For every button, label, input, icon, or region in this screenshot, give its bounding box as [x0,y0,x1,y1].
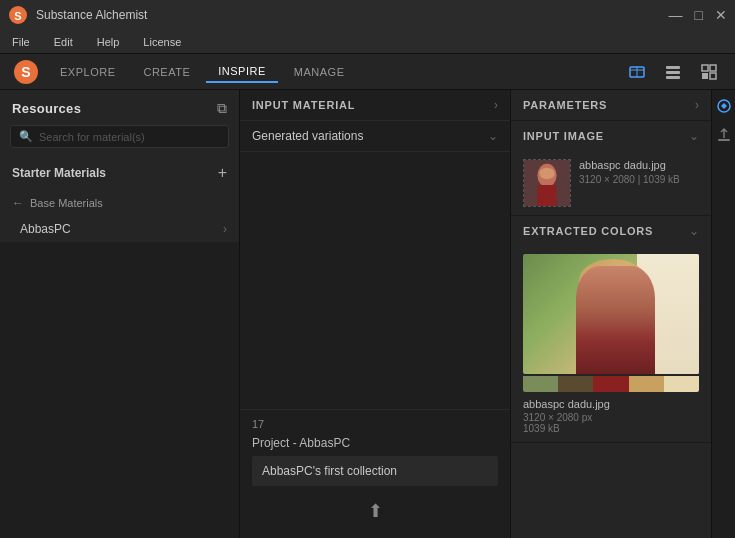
settings-button[interactable] [695,58,723,86]
app-title: Substance Alchemist [36,8,147,22]
main-photo [523,254,699,374]
color-swatches [523,376,699,392]
upload-strip-icon[interactable] [716,127,732,146]
svg-rect-9 [666,76,680,79]
swatch-2 [558,376,593,392]
extracted-colors-chevron-icon[interactable]: ⌄ [689,224,699,238]
nav-bar: S EXPLORE CREATE INSPIRE MANAGE [0,54,735,90]
back-navigation[interactable]: ← Base Materials [0,190,239,216]
app-logo: S [8,5,28,25]
svg-rect-8 [666,71,680,74]
upload-icon: ⬆ [368,500,383,522]
close-button[interactable]: ✕ [715,8,727,22]
menu-file[interactable]: File [8,34,34,50]
extracted-colors-label: Extracted colors [523,225,653,237]
input-image-header: Input image ⌄ [511,121,711,151]
starter-materials-label: Starter Materials [12,166,106,180]
thumbnail-svg [524,159,570,207]
add-material-button[interactable]: + [218,164,227,182]
back-label: Base Materials [30,197,103,209]
chevron-right-icon: › [223,222,227,236]
sidebar-item-label: AbbasPC [20,222,71,236]
svg-rect-10 [702,65,708,71]
input-material-header: INPUT MATERIAL › [240,90,510,121]
input-image-label: Input image [523,130,604,142]
middle-content [240,152,510,409]
sidebar-title: Resources [12,101,81,116]
image-filename: abbaspc dadu.jpg [579,159,699,171]
window-controls: — □ ✕ [669,8,727,22]
layers-button[interactable] [659,58,687,86]
svg-text:S: S [21,64,30,80]
search-input[interactable] [39,131,220,143]
svg-point-17 [539,168,554,180]
search-icon: 🔍 [19,130,33,143]
minimize-button[interactable]: — [669,8,683,22]
main-layout: Resources ⧉ 🔍 Starter Materials + ← Base… [0,90,735,538]
image-info: abbaspc dadu.jpg 3120 × 2080 | 1039 kB [579,159,699,185]
project-label: Project - AbbasPC [252,436,498,450]
icon-strip [711,90,735,538]
tab-inspire[interactable]: INSPIRE [206,61,278,83]
photo-subject [576,266,655,374]
svg-rect-19 [718,139,730,141]
extracted-colors-section: Extracted colors ⌄ abbaspc dadu.jpg 31 [511,216,711,443]
parameters-header: Parameters › [511,90,711,120]
image-dimensions: 3120 × 2080 | 1039 kB [579,174,699,185]
thumbnail-image [524,160,570,206]
menu-edit[interactable]: Edit [50,34,77,50]
nav-right-icons [623,58,723,86]
parameters-label: Parameters [523,99,607,111]
variations-chevron-icon[interactable]: ⌄ [488,129,498,143]
generated-variations-label: Generated variations [252,129,363,143]
input-image-content: abbaspc dadu.jpg 3120 × 2080 | 1039 kB [511,151,711,215]
right-panel: Parameters › Input image ⌄ [511,90,711,538]
tab-manage[interactable]: MANAGE [282,62,357,82]
swatch-3 [593,376,628,392]
svg-rect-12 [702,73,708,79]
search-box: 🔍 [10,125,229,148]
sidebar-grid [0,242,239,538]
tab-explore[interactable]: EXPLORE [48,62,127,82]
layers-icon [663,62,683,82]
upload-button[interactable]: ⬆ [252,492,498,530]
photo-label: abbaspc dadu.jpg [523,398,699,410]
variations-header: Generated variations ⌄ [240,121,510,152]
menu-license[interactable]: License [139,34,185,50]
parameters-section: Parameters › [511,90,711,121]
settings-icon [699,62,719,82]
extracted-colors-content: abbaspc dadu.jpg 3120 × 2080 px 1039 kB [511,246,711,442]
title-bar-left: S Substance Alchemist [8,5,147,25]
input-image-chevron-icon[interactable]: ⌄ [689,129,699,143]
3d-view-button[interactable] [623,58,651,86]
swatch-5 [664,376,699,392]
input-material-chevron-icon[interactable]: › [494,98,498,112]
tab-create[interactable]: CREATE [131,62,202,82]
nav-logo: S [12,58,40,86]
title-bar: S Substance Alchemist — □ ✕ [0,0,735,30]
input-image-section: Input image ⌄ abbaspc dadu.jpg [511,121,711,216]
back-arrow-icon: ← [12,196,24,210]
3d-icon [627,62,647,82]
sidebar: Resources ⧉ 🔍 Starter Materials + ← Base… [0,90,240,538]
middle-panel: INPUT MATERIAL › Generated variations ⌄ … [240,90,511,538]
menu-help[interactable]: Help [93,34,124,50]
sidebar-copy-icon[interactable]: ⧉ [217,100,227,117]
thumbnail-box [523,159,571,207]
sidebar-header: Resources ⧉ [0,90,239,125]
swatch-4 [629,376,664,392]
parameters-chevron-icon[interactable]: › [695,98,699,112]
maximize-button[interactable]: □ [695,8,703,22]
svg-text:S: S [14,10,21,22]
svg-rect-13 [710,73,716,79]
nav-tabs: EXPLORE CREATE INSPIRE MANAGE [48,61,356,83]
photo-size: 1039 kB [523,423,699,434]
collection-item[interactable]: AbbasPC's first collection [252,456,498,486]
extracted-colors-header: Extracted colors ⌄ [511,216,711,246]
svg-rect-16 [537,185,556,206]
inspire-mode-icon[interactable] [716,98,732,117]
svg-rect-11 [710,65,716,71]
starter-materials-header: Starter Materials + [0,156,239,190]
photo-dims: 3120 × 2080 px [523,412,699,423]
sidebar-item-abbaspc[interactable]: AbbasPC › [0,216,239,242]
